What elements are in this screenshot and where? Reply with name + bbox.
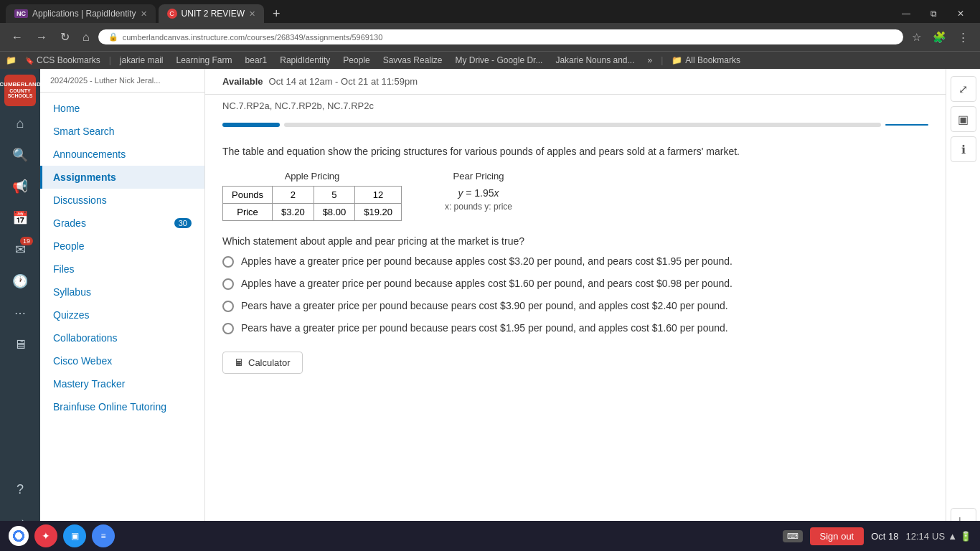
nav-announcements[interactable]: Announcements	[40, 143, 204, 166]
bookmark-more[interactable]: »	[643, 54, 656, 67]
annotate-tool-button[interactable]: ▣	[951, 106, 976, 132]
calculator-button[interactable]: 🖩 Calculator	[222, 352, 303, 374]
browser-chrome: NC Applications | RapidIdentity ✕ C UNIT…	[0, 0, 980, 69]
bm-all-icon: 📁	[672, 55, 682, 65]
col-pounds-2: 2	[273, 187, 314, 204]
bm-people-label: People	[343, 55, 369, 65]
nav-discussions[interactable]: Discussions	[40, 189, 204, 212]
canvas-logo[interactable]: CUMBERLAND COUNTY SCHOOLS	[4, 75, 36, 106]
availability-header: Available Oct 14 at 12am - Oct 21 at 11:…	[205, 69, 946, 95]
taskbar-icon-3[interactable]: ▣	[63, 524, 86, 547]
sidebar-groups-icon[interactable]: ⋯	[6, 298, 34, 327]
tables-row: Apple Pricing Pounds 2 5 12 Price $3.20 …	[222, 171, 928, 221]
nav-masterytracker[interactable]: Mastery Tracker	[40, 372, 204, 395]
info-tool-button[interactable]: ℹ	[951, 136, 976, 162]
chrome-taskbar-icon[interactable]	[9, 526, 29, 546]
bm-drive-label: My Drive - Google Dr...	[455, 55, 542, 65]
progress-end-marker	[885, 124, 928, 126]
sign-out-button[interactable]: Sign out	[810, 527, 864, 545]
radio-a[interactable]	[222, 256, 234, 268]
url-display: cumberlandcanvas.instructure.com/courses…	[123, 33, 383, 42]
tab-applications[interactable]: NC Applications | RapidIdentity ✕	[6, 4, 156, 23]
home-button[interactable]: ⌂	[78, 28, 94, 47]
nav-collaborations[interactable]: Collaborations	[40, 326, 204, 349]
col-pounds-12: 12	[355, 187, 402, 204]
wifi-icon: ▲	[948, 531, 957, 542]
canvas-sidebar: CUMBERLAND COUNTY SCHOOLS ⌂ 🔍 📢 📅 ✉ 19 🕐…	[0, 69, 40, 541]
sidebar-home-icon[interactable]: ⌂	[6, 109, 34, 138]
calc-icon: 🖩	[235, 357, 244, 368]
close-button[interactable]: ✕	[947, 6, 974, 22]
extension-button[interactable]: 🧩	[928, 28, 951, 47]
bm-rapid-label: RapidIdentity	[280, 55, 330, 65]
menu-button[interactable]: ⋮	[953, 28, 973, 47]
nav-files[interactable]: Files	[40, 258, 204, 281]
sidebar-history-icon[interactable]: 🕐	[6, 267, 34, 296]
bookmark-rapididentity[interactable]: RapidIdentity	[275, 54, 334, 67]
bm-all-label: All Bookmarks	[685, 55, 740, 65]
bookmark-learning-farm[interactable]: Learning Farm	[172, 54, 237, 67]
bookmark-mydrive[interactable]: My Drive - Google Dr...	[451, 54, 547, 67]
progress-bar-area	[222, 117, 928, 144]
sidebar-announcements-icon[interactable]: 📢	[6, 172, 34, 201]
bookmark-star-button[interactable]: ☆	[908, 28, 925, 47]
address-bar[interactable]: 🔒 cumberlandcanvas.instructure.com/cours…	[98, 29, 903, 44]
option-b[interactable]: Apples have a greater price per pound be…	[222, 278, 928, 290]
new-tab-button[interactable]: +	[267, 6, 286, 22]
bookmarks-bar: 📁 🔖 CCS Bookmarks | jakarie mail Learnin…	[0, 51, 980, 69]
keyboard-indicator[interactable]: ⌨	[783, 530, 803, 542]
col-price-label: Price	[223, 204, 273, 221]
taskbar-icon-2[interactable]: ✦	[34, 524, 57, 547]
course-year: 2024/2025 - Luther Nick Jeral...	[50, 76, 194, 85]
bm-ccs-icon: 🔖	[25, 57, 34, 65]
bm-jn-label: Jakarie Nouns and...	[555, 55, 634, 65]
reload-button[interactable]: ↻	[56, 27, 74, 47]
nav-brainfuse[interactable]: Brainfuse Online Tutoring	[40, 395, 204, 418]
nav-assignments[interactable]: Assignments	[40, 166, 204, 189]
option-b-text: Apples have a greater price per pound be…	[241, 278, 732, 289]
pear-pricing-wrap: Pear Pricing y = 1.95x x: pounds y: pric…	[445, 171, 512, 212]
tab1-favicon: NC	[14, 9, 28, 18]
bm-jakarie-label: jakarie mail	[120, 55, 164, 65]
bookmark-jakarie-mail[interactable]: jakarie mail	[116, 54, 168, 67]
option-c[interactable]: Pears have a greater price per pound bec…	[222, 300, 928, 312]
sidebar-inbox-icon[interactable]: ✉ 19	[6, 235, 34, 264]
nav-grades[interactable]: Grades 30	[40, 212, 204, 235]
bookmark-bear1[interactable]: bear1	[241, 54, 272, 67]
sidebar-calendar-icon[interactable]: 📅	[6, 204, 34, 232]
tab2-close[interactable]: ✕	[249, 9, 255, 19]
sidebar-smartsearch-icon[interactable]: 🔍	[6, 141, 34, 169]
col-price-320: $3.20	[273, 204, 314, 221]
sidebar-studio-icon[interactable]: 🖥	[6, 330, 34, 359]
taskbar-icon-4[interactable]: ≡	[92, 524, 115, 547]
bookmark-people[interactable]: People	[339, 54, 374, 67]
apple-table-title: Apple Pricing	[222, 171, 402, 182]
minimize-button[interactable]: —	[892, 6, 920, 22]
forward-button[interactable]: →	[32, 28, 52, 47]
option-a[interactable]: Apples have a greater price per pound be…	[222, 255, 928, 268]
sidebar-help-icon[interactable]: ?	[6, 475, 34, 504]
nav-people[interactable]: People	[40, 235, 204, 258]
nav-ciscowebex[interactable]: Cisco Webex	[40, 349, 204, 372]
bm-lf-label: Learning Farm	[176, 55, 232, 65]
nav-quizzes[interactable]: Quizzes	[40, 303, 204, 326]
radio-c[interactable]	[222, 301, 234, 312]
nav-home[interactable]: Home	[40, 97, 204, 120]
bookmark-ccs[interactable]: 🔖 CCS Bookmarks	[21, 54, 105, 67]
nav-smartsearch[interactable]: Smart Search	[40, 120, 204, 143]
nav-syllabus[interactable]: Syllabus	[40, 281, 204, 303]
back-button[interactable]: ←	[7, 28, 27, 47]
radio-b[interactable]	[222, 278, 234, 290]
expand-tool-button[interactable]: ⤢	[951, 76, 976, 102]
restore-button[interactable]: ⧉	[920, 6, 947, 22]
pear-equation: y = 1.95x	[445, 187, 512, 199]
bookmark-all[interactable]: 📁 All Bookmarks	[667, 54, 745, 67]
option-d[interactable]: Pears have a greater price per pound bec…	[222, 322, 928, 334]
tab1-close[interactable]: ✕	[141, 9, 147, 19]
bookmark-savvas[interactable]: Savvas Realize	[379, 54, 447, 67]
course-sidebar: 2024/2025 - Luther Nick Jeral... Home Sm…	[40, 69, 205, 541]
bookmark-jakarie-nouns[interactable]: Jakarie Nouns and...	[551, 54, 639, 67]
tab-unit2review[interactable]: C UNIT 2 REVIEW ✕	[159, 4, 264, 23]
radio-d[interactable]	[222, 323, 234, 334]
battery-icon: 🔋	[960, 531, 971, 542]
